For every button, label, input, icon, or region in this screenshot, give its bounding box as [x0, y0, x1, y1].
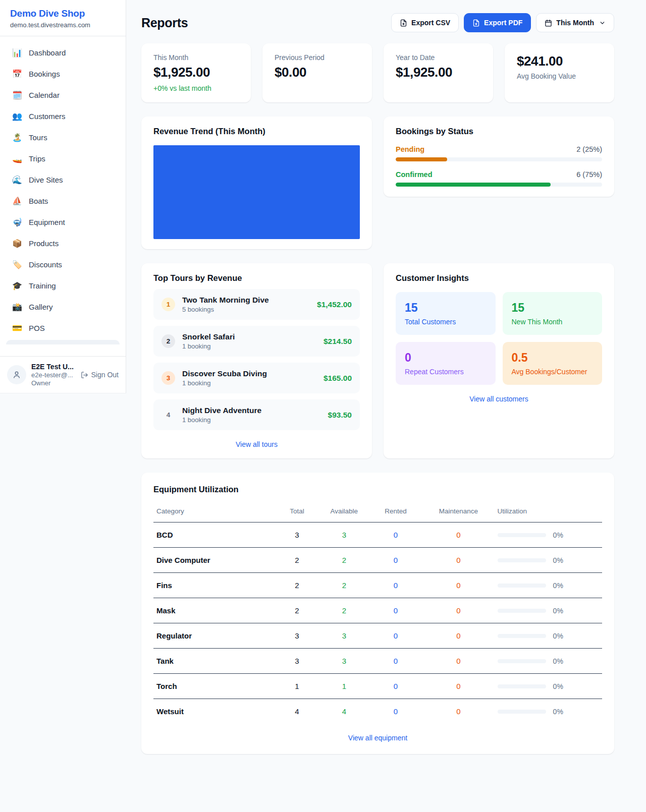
sidebar-item-dive-sites[interactable]: 🌊Dive Sites — [6, 170, 120, 189]
status-pending: Pending 2 (25%) — [396, 145, 602, 161]
status-count: 2 (25%) — [576, 145, 602, 153]
cell-rented: 0 — [369, 699, 423, 724]
tour-amount: $214.50 — [324, 337, 352, 346]
sailboat-icon: ⛵ — [12, 196, 22, 206]
sign-out-button[interactable]: Sign Out — [81, 371, 119, 379]
stat-delta: +0% vs last month — [153, 84, 239, 92]
tenant-domain: demo.test.divestreams.com — [10, 21, 116, 29]
sidebar-item-pos[interactable]: 💳POS — [6, 319, 120, 337]
period-label: This Month — [556, 19, 594, 27]
sidebar-item-gallery[interactable]: 📸Gallery — [6, 298, 120, 316]
sidebar-item-boats[interactable]: ⛵Boats — [6, 192, 120, 210]
cell-utilization: 0% — [495, 649, 602, 674]
sidebar-item-label: Trips — [29, 154, 45, 163]
tour-row[interactable]: 3 Discover Scuba Diving1 booking $165.00 — [153, 363, 360, 393]
cell-utilization: 0% — [495, 674, 602, 699]
utilization-track — [498, 609, 546, 613]
cell-maintenance: 0 — [422, 699, 494, 724]
utilization-label: 0% — [553, 682, 563, 690]
cell-utilization: 0% — [495, 598, 602, 623]
export-csv-label: Export CSV — [411, 19, 450, 27]
sidebar-header: Demo Dive Shop demo.test.divestreams.com — [0, 0, 126, 36]
view-all-equipment-link[interactable]: View all equipment — [153, 734, 602, 742]
status-count: 6 (75%) — [576, 170, 602, 179]
stat-value: $1,925.00 — [153, 65, 239, 80]
insight-tiles: 15 Total Customers 15 New This Month 0 R… — [396, 292, 602, 385]
cell-total: 2 — [275, 548, 319, 573]
view-all-tours-link[interactable]: View all tours — [153, 440, 360, 448]
cell-maintenance: 0 — [422, 649, 494, 674]
export-pdf-button[interactable]: Export PDF — [464, 13, 531, 32]
insights-row: Top Tours by Revenue 1 Two Tank Morning … — [141, 263, 614, 458]
rank-badge: 4 — [162, 408, 175, 422]
cell-available: 1 — [319, 674, 369, 699]
island-icon: 🏝️ — [12, 133, 22, 142]
stat-label: Avg Booking Value — [517, 72, 602, 80]
column-header-utilization: Utilization — [495, 502, 602, 523]
table-row: Torch 1 1 0 0 0% — [153, 674, 602, 699]
tile-value: 0.5 — [512, 351, 594, 365]
sidebar-item-tours[interactable]: 🏝️Tours — [6, 128, 120, 147]
user-meta: E2E Test U... e2e-tester@... Owner — [31, 363, 76, 387]
tile-value: 15 — [405, 301, 487, 315]
tile-label: Avg Bookings/Customer — [512, 368, 594, 376]
sidebar-item-trips[interactable]: 🚤Trips — [6, 149, 120, 168]
sidebar-item-dashboard[interactable]: 📊Dashboard — [6, 43, 120, 62]
cell-total: 2 — [275, 573, 319, 598]
diving-mask-icon: 🤿 — [12, 217, 22, 227]
sidebar-item-bookings[interactable]: 📅Bookings — [6, 65, 120, 83]
stat-card-avg-booking-value: $241.00 Avg Booking Value — [505, 43, 614, 102]
sidebar-item-partial-active[interactable] — [6, 340, 120, 344]
header-actions: Export CSV Export PDF This Month — [391, 13, 614, 32]
cell-maintenance: 0 — [422, 623, 494, 649]
calendar-date-icon: 📅 — [12, 69, 22, 79]
utilization-track — [498, 558, 546, 562]
sidebar-item-label: Bookings — [29, 70, 60, 78]
page-title: Reports — [141, 16, 188, 30]
card-title: Bookings by Status — [396, 127, 602, 136]
table-row: BCD 3 3 0 0 0% — [153, 523, 602, 548]
app-title[interactable]: Demo Dive Shop — [10, 8, 116, 19]
progress-fill-confirmed — [396, 183, 551, 187]
utilization-label: 0% — [553, 556, 563, 564]
sidebar-item-label: Training — [29, 281, 56, 290]
sidebar-item-customers[interactable]: 👥Customers — [6, 107, 120, 126]
tour-row[interactable]: 2 Snorkel Safari1 booking $214.50 — [153, 326, 360, 357]
sidebar-item-calendar[interactable]: 🗓️Calendar — [6, 86, 120, 104]
sidebar-item-label: POS — [29, 324, 45, 332]
cell-rented: 0 — [369, 598, 423, 623]
cell-utilization: 0% — [495, 573, 602, 598]
view-all-customers-link[interactable]: View all customers — [396, 395, 602, 403]
sidebar-item-equipment[interactable]: 🤿Equipment — [6, 213, 120, 231]
tour-amount: $1,452.00 — [317, 300, 352, 309]
cell-available: 3 — [319, 649, 369, 674]
stat-label: This Month — [153, 53, 239, 62]
label-tag-icon: 🏷️ — [12, 260, 22, 269]
utilization-label: 0% — [553, 708, 563, 716]
cell-available: 4 — [319, 699, 369, 724]
utilization-track — [498, 533, 546, 537]
sidebar-item-discounts[interactable]: 🏷️Discounts — [6, 255, 120, 274]
cell-category: Wetsuit — [153, 699, 275, 724]
tour-name: Night Dive Adventure — [182, 406, 321, 415]
sidebar-item-label: Gallery — [29, 303, 53, 311]
sidebar-item-label: Products — [29, 239, 59, 248]
sidebar-item-products[interactable]: 📦Products — [6, 234, 120, 253]
utilization-label: 0% — [553, 531, 563, 539]
cell-available: 2 — [319, 573, 369, 598]
user-role: Owner — [31, 379, 76, 387]
file-download-icon — [472, 19, 480, 27]
sidebar-item-label: Discounts — [29, 260, 62, 269]
stat-card-previous-period: Previous Period $0.00 — [262, 43, 372, 102]
stat-value: $0.00 — [275, 65, 360, 80]
stat-label: Previous Period — [275, 53, 360, 62]
export-csv-button[interactable]: Export CSV — [391, 13, 459, 32]
utilization-track — [498, 684, 546, 688]
sidebar-item-training[interactable]: 🎓Training — [6, 276, 120, 295]
cell-total: 3 — [275, 649, 319, 674]
period-select[interactable]: This Month — [536, 13, 614, 32]
tour-row[interactable]: 4 Night Dive Adventure1 booking $93.50 — [153, 399, 360, 430]
export-pdf-label: Export PDF — [484, 19, 522, 27]
tour-row[interactable]: 1 Two Tank Morning Dive5 bookings $1,452… — [153, 289, 360, 320]
rank-badge: 1 — [162, 298, 175, 311]
